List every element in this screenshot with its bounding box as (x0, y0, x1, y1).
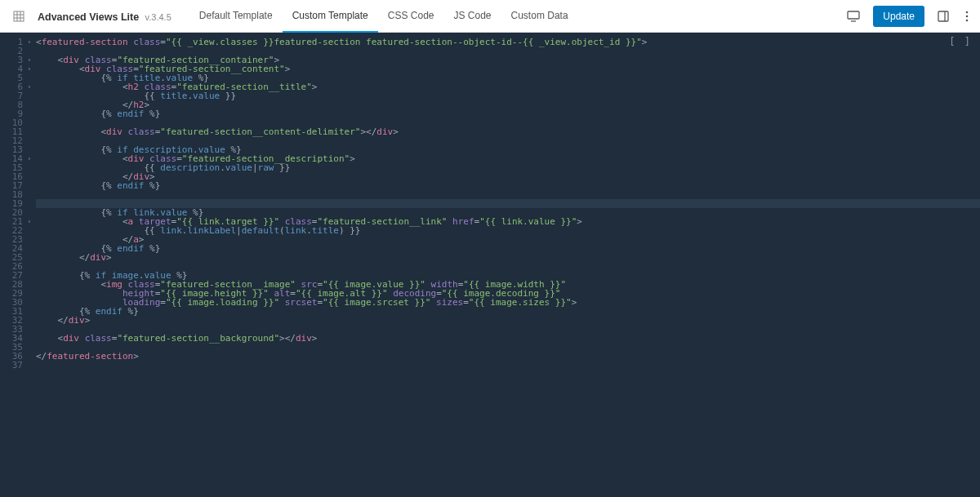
code-line[interactable] (36, 190, 980, 199)
fold-marker[interactable]: ▾ (26, 55, 33, 64)
fold-marker (26, 361, 33, 370)
fold-marker (26, 343, 33, 352)
fold-marker (26, 262, 33, 271)
header: Advanced Views Lite v.3.4.5 Default Temp… (0, 0, 980, 33)
code-line[interactable]: {{ link.linkLabel|default(link.title) }} (36, 226, 980, 235)
code-line[interactable]: </h2> (36, 100, 980, 109)
fold-gutter[interactable]: ▾▾▾▾▾▾ (26, 33, 33, 497)
brand-version: v.3.4.5 (145, 12, 172, 22)
fold-marker[interactable]: ▾ (26, 154, 33, 163)
svg-rect-7 (938, 11, 948, 21)
desktop-icon[interactable] (844, 7, 863, 25)
code-line[interactable]: </div> (36, 316, 980, 325)
svg-point-9 (966, 11, 969, 13)
code-line[interactable]: {% endif %} (36, 244, 980, 253)
code-line[interactable]: <featured-section class="{{ _view.classe… (36, 38, 980, 47)
update-button[interactable]: Update (873, 6, 924, 27)
tab-custom-template[interactable]: Custom Template (283, 0, 378, 33)
code-line[interactable]: </a> (36, 235, 980, 244)
fold-marker (26, 235, 33, 244)
svg-rect-0 (14, 11, 24, 21)
line-number-gutter: 1234567891011121314151617181920212223242… (0, 33, 26, 497)
fold-marker (26, 244, 33, 253)
code-area[interactable]: [ ] <featured-section class="{{ _view.cl… (33, 33, 980, 497)
code-editor[interactable]: 1234567891011121314151617181920212223242… (0, 33, 980, 497)
fold-marker (26, 136, 33, 145)
fold-marker (26, 47, 33, 55)
header-right: Update (844, 6, 972, 27)
fold-marker (26, 127, 33, 136)
fold-marker (26, 181, 33, 190)
fold-marker[interactable]: ▾ (26, 217, 33, 226)
fold-marker (26, 91, 33, 100)
fold-marker (26, 145, 33, 154)
code-line[interactable]: {% endif %} (36, 109, 980, 118)
code-line[interactable]: {% endif %} (36, 307, 980, 316)
fold-marker (26, 109, 33, 118)
code-line[interactable]: </div> (36, 253, 980, 262)
code-line[interactable]: <div class="featured-section__content-de… (36, 127, 980, 136)
fold-marker (26, 298, 33, 307)
brand-name: Advanced Views Lite (38, 11, 139, 23)
fold-marker (26, 253, 33, 262)
fold-marker (26, 325, 33, 334)
grid-icon[interactable] (8, 9, 29, 24)
code-line[interactable]: {{ description.value|raw }} (36, 163, 980, 172)
fold-marker (26, 289, 33, 298)
fold-marker (26, 280, 33, 289)
fold-marker (26, 172, 33, 181)
code-line[interactable]: </div> (36, 172, 980, 181)
tab-js-code[interactable]: JS Code (444, 0, 501, 33)
tab-css-code[interactable]: CSS Code (378, 0, 444, 33)
fold-marker (26, 190, 33, 199)
code-line[interactable]: {{ title.value }} (36, 91, 980, 100)
header-left: Advanced Views Lite v.3.4.5 Default Temp… (8, 0, 578, 33)
fold-marker[interactable]: ▾ (26, 38, 33, 47)
svg-point-10 (966, 15, 969, 17)
code-line[interactable]: {% endif %} (36, 181, 980, 190)
more-icon[interactable] (962, 7, 972, 25)
fold-marker (26, 334, 33, 343)
fold-marker (26, 307, 33, 316)
brand-label: Advanced Views Lite v.3.4.5 (38, 9, 172, 24)
svg-point-11 (966, 19, 969, 21)
code-line[interactable] (36, 343, 980, 352)
code-line[interactable]: <div class="featured-section__background… (36, 334, 980, 343)
fold-marker (26, 226, 33, 235)
fold-marker (26, 100, 33, 109)
fold-marker (26, 73, 33, 82)
fold-marker (26, 352, 33, 361)
tabs: Default TemplateCustom TemplateCSS CodeJ… (189, 0, 578, 33)
line-number: 37 (0, 361, 23, 370)
fold-marker (26, 163, 33, 172)
svg-rect-5 (848, 11, 859, 19)
code-line[interactable]: </featured-section> (36, 352, 980, 361)
fold-marker (26, 118, 33, 127)
fold-marker (26, 199, 33, 208)
fold-marker (26, 316, 33, 325)
code-line[interactable] (36, 361, 980, 370)
fold-marker (26, 271, 33, 280)
panel-icon[interactable] (934, 7, 952, 25)
code-line[interactable]: loading="{{ image.loading }}" srcset="{{… (36, 298, 980, 307)
tab-custom-data[interactable]: Custom Data (501, 0, 578, 33)
fold-marker (26, 208, 33, 217)
tab-default-template[interactable]: Default Template (189, 0, 283, 33)
fold-marker[interactable]: ▾ (26, 64, 33, 73)
fold-marker[interactable]: ▾ (26, 82, 33, 91)
